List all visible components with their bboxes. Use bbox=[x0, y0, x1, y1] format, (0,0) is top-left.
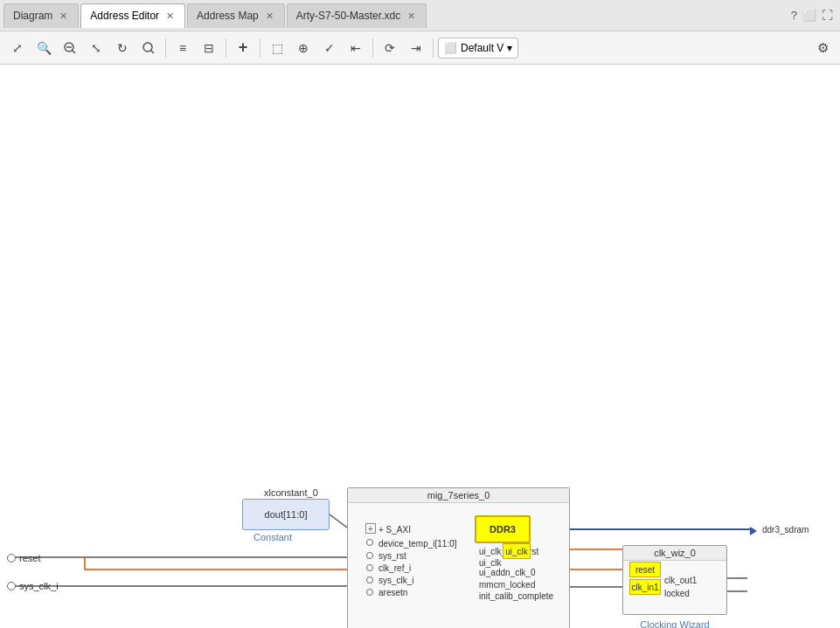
mig-port-connector-4 bbox=[366, 576, 373, 583]
mig-sysrst-label: sys_rst bbox=[378, 551, 406, 561]
ui-block: ui_clk bbox=[503, 543, 531, 559]
tab-diagram-label: Diagram bbox=[13, 10, 52, 22]
clkin1-block: clk_in1 bbox=[629, 579, 661, 595]
tab-xdc[interactable]: Arty-S7-50-Master.xdc ✕ bbox=[287, 3, 427, 28]
select-btn[interactable]: ⬚ bbox=[265, 36, 289, 60]
view-dropdown-label: Default V bbox=[461, 42, 503, 54]
diagram-canvas: xlconstant_0 dout[11:0] Constant mig_7se… bbox=[0, 65, 840, 628]
mig-port-connector-1 bbox=[366, 539, 373, 546]
zoom-in-btn[interactable]: 🔍 bbox=[31, 36, 56, 60]
mig-aresetn-label: aresetn bbox=[378, 588, 407, 597]
run-btn[interactable]: ⇥ bbox=[404, 36, 428, 60]
mig-port-connector-3 bbox=[366, 564, 373, 571]
clkwiz-locked-label: locked bbox=[664, 589, 690, 598]
mig-title: mig_7series_0 bbox=[348, 488, 569, 503]
tab-xdc-label: Arty-S7-50-Master.xdc bbox=[296, 10, 400, 22]
clkwiz-clkout1-label: clk_out1 bbox=[664, 576, 697, 585]
reset-port-label: reset bbox=[19, 553, 40, 563]
chevron-down-icon: ▾ bbox=[507, 42, 512, 54]
tab-diagram-close[interactable]: ✕ bbox=[58, 10, 69, 23]
mig-uiclk-label: ui_clk bbox=[479, 558, 502, 568]
clkwiz-label: Clocking Wizard bbox=[623, 619, 726, 628]
tab-address-editor-close[interactable]: ✕ bbox=[164, 10, 176, 23]
reset-block: reset bbox=[629, 562, 661, 577]
tab-xdc-close[interactable]: ✕ bbox=[406, 10, 417, 23]
mig-devicetemp-label: device_temp_i[11:0] bbox=[378, 539, 457, 549]
xlconstant-port-label: dout[11:0] bbox=[265, 509, 308, 520]
sep3 bbox=[260, 38, 260, 58]
ddr3-block: DDR3 bbox=[475, 515, 531, 543]
ddr3-output-arrow bbox=[750, 526, 757, 538]
sep4 bbox=[372, 38, 373, 58]
sep5 bbox=[433, 38, 434, 58]
xlconstant-block[interactable]: dout[11:0] bbox=[242, 499, 330, 530]
search-btn[interactable] bbox=[136, 36, 161, 60]
zoom-fit-btn[interactable]: ⤢ bbox=[5, 36, 30, 60]
tab-address-editor[interactable]: Address Editor ✕ bbox=[80, 3, 185, 28]
mig-port-connector-5 bbox=[366, 589, 373, 596]
reset-input-port: reset bbox=[7, 553, 40, 563]
help-icon[interactable]: ? bbox=[791, 9, 797, 22]
wire-btn[interactable]: ⇤ bbox=[344, 36, 368, 60]
mig-sysclki-label: sys_clk_i bbox=[378, 576, 414, 585]
svg-line-1 bbox=[73, 50, 76, 53]
tab-address-map-close[interactable]: ✕ bbox=[264, 10, 275, 23]
align-btn[interactable]: ⊟ bbox=[197, 36, 221, 60]
mig-clkref-label: clk_ref_i bbox=[378, 563, 411, 573]
sep1 bbox=[165, 38, 166, 58]
sax-expand-btn[interactable]: + bbox=[365, 523, 376, 534]
svg-line-4 bbox=[151, 50, 155, 53]
ddr3-sdram-label: ddr3_sdram bbox=[762, 525, 809, 535]
sysclki-input-port: sys_clk_i bbox=[7, 581, 59, 591]
tab-diagram[interactable]: Diagram ✕ bbox=[3, 3, 79, 28]
connect-btn[interactable]: ⊕ bbox=[291, 36, 316, 60]
arrange-btn[interactable]: ≡ bbox=[170, 36, 195, 60]
zoom-out-btn[interactable] bbox=[58, 36, 82, 60]
reload-btn[interactable]: ⟳ bbox=[378, 36, 402, 60]
mig-port-connector-2 bbox=[366, 552, 373, 559]
tab-bar: Diagram ✕ Address Editor ✕ Address Map ✕… bbox=[0, 0, 840, 31]
sep2 bbox=[226, 38, 226, 58]
restore-icon[interactable]: ⬜ bbox=[802, 9, 816, 22]
fit-window-btn[interactable]: ⤡ bbox=[84, 36, 108, 60]
tab-help-area: ? ⬜ ⛶ bbox=[791, 9, 837, 22]
tab-address-editor-label: Address Editor bbox=[90, 10, 159, 22]
tab-address-map[interactable]: Address Map ✕ bbox=[187, 3, 285, 28]
mig-initcalib-label: init_calib_complete bbox=[479, 591, 553, 601]
sysclki-port-circle bbox=[7, 582, 16, 590]
mig-uiaddn-label: ui_addn_clk_0 bbox=[479, 568, 536, 577]
sysclki-port-label: sys_clk_i bbox=[19, 581, 59, 591]
validate-btn[interactable]: ✓ bbox=[317, 36, 342, 60]
refresh-layout-btn[interactable]: ↻ bbox=[110, 36, 135, 60]
mig-mmcm-label: mmcm_locked bbox=[479, 580, 535, 590]
expand-icon[interactable]: ⛶ bbox=[822, 9, 833, 22]
toolbar: ⤢ 🔍 ⤡ ↻ ≡ ⊟ + ⬚ ⊕ ✓ ⇤ ⟳ ⇥ ⬜ Default V ▾ … bbox=[0, 31, 840, 65]
xlconstant-title: xlconstant_0 bbox=[264, 487, 318, 498]
add-btn[interactable]: + bbox=[231, 36, 255, 60]
mig-sax-label: + S_AXI bbox=[378, 525, 411, 535]
clkwiz-title: clk_wiz_0 bbox=[623, 546, 726, 561]
view-dropdown-icon: ⬜ bbox=[444, 42, 457, 54]
reset-port-circle bbox=[7, 554, 16, 562]
tab-address-map-label: Address Map bbox=[197, 10, 259, 22]
settings-btn[interactable]: ⚙ bbox=[810, 36, 835, 60]
view-dropdown[interactable]: ⬜ Default V ▾ bbox=[438, 38, 518, 59]
xlconstant-label: Constant bbox=[253, 532, 292, 542]
